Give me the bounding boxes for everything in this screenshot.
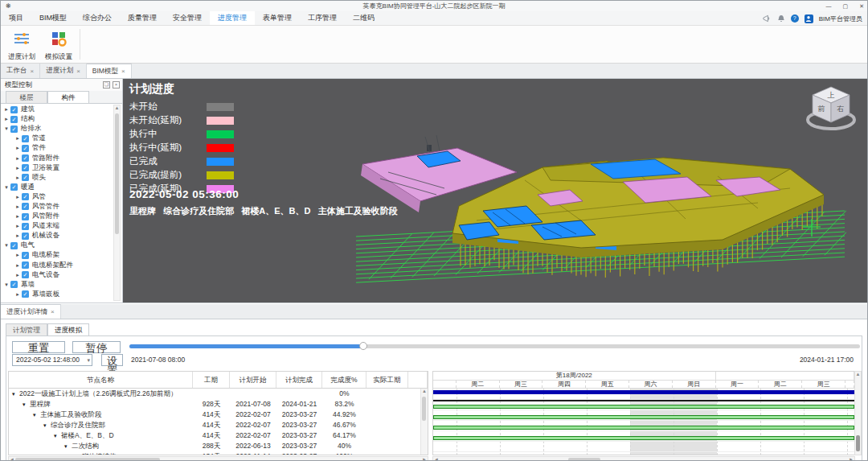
tree-item[interactable]: ▸✓电缆桥架: [1, 250, 114, 260]
expand-icon[interactable]: ▸: [3, 106, 10, 113]
expand-icon[interactable]: ▸: [14, 213, 21, 220]
expand-icon[interactable]: ▸: [14, 204, 21, 210]
doc-tab-1[interactable]: 进度计划×: [40, 64, 87, 78]
tree-item[interactable]: ▸✓风管: [1, 192, 114, 202]
tree-item[interactable]: ▸✓幕墙嵌板: [1, 290, 114, 299]
tree-checkbox[interactable]: ✓: [22, 290, 29, 298]
tree-checkbox[interactable]: ✓: [22, 193, 29, 200]
table-row[interactable]: ▾综合诊疗及住院部414天2022-02-072023-03-2746.67%: [9, 420, 428, 430]
announcement-icon[interactable]: [763, 14, 772, 23]
gantt-hscrollbar[interactable]: ◄ ►: [432, 456, 855, 461]
menu-item-3[interactable]: 质量管理: [120, 11, 165, 25]
menu-item-6[interactable]: 表单管理: [255, 11, 300, 25]
table-row[interactable]: ▾2022一级施工计划上墙（2.26调板式用2.26加前期）0%: [9, 389, 428, 399]
column-header-2[interactable]: 计划开始: [230, 372, 276, 388]
pause-button[interactable]: 暂停: [72, 341, 121, 353]
close-panel-icon[interactable]: ×: [113, 81, 120, 88]
row-collapse-icon[interactable]: ▾: [12, 389, 19, 399]
expand-icon[interactable]: ▸: [14, 175, 21, 181]
tree-item[interactable]: ▸✓喷头: [1, 173, 114, 183]
tree-checkbox[interactable]: ✓: [22, 164, 29, 171]
row-collapse-icon[interactable]: ▾: [23, 399, 30, 410]
tree-checkbox[interactable]: ✓: [10, 116, 18, 123]
tree-checkbox[interactable]: ✓: [10, 183, 18, 191]
sub-tab-0[interactable]: 计划管理: [6, 323, 47, 336]
tree-checkbox[interactable]: ✓: [22, 203, 29, 210]
doc-tab-0[interactable]: 工作台×: [1, 64, 40, 78]
menu-item-2[interactable]: 综合办公: [75, 11, 120, 25]
tab-schedule-detail[interactable]: 进度计划详情 ×: [1, 304, 61, 319]
menu-item-5[interactable]: 进度管理: [210, 11, 255, 25]
expand-icon[interactable]: ▸: [14, 194, 21, 200]
tree-checkbox[interactable]: ✓: [22, 145, 29, 152]
tree-item[interactable]: ▸✓风道末端: [1, 221, 114, 231]
tree-item[interactable]: ▸✓管件: [1, 143, 114, 153]
collapse-icon[interactable]: ▾: [3, 184, 10, 191]
close-button[interactable]: ✕: [859, 1, 864, 11]
float-panel-icon[interactable]: ❏: [103, 81, 110, 88]
tree-checkbox[interactable]: ✓: [22, 135, 29, 142]
minimize-button[interactable]: —: [826, 1, 832, 11]
expand-icon[interactable]: ▸: [14, 155, 21, 162]
row-collapse-icon[interactable]: ▾: [43, 420, 51, 430]
collapse-icon[interactable]: ▾: [3, 126, 10, 132]
table-hscrollbar[interactable]: ◄ ►: [8, 456, 428, 461]
tree-item[interactable]: ▸✓建筑: [1, 105, 114, 114]
menu-item-4[interactable]: 安全管理: [165, 11, 210, 25]
row-collapse-icon[interactable]: ▾: [54, 430, 61, 441]
expand-icon[interactable]: ▸: [14, 223, 21, 229]
expand-icon[interactable]: ▸: [14, 291, 21, 298]
expand-icon[interactable]: ▸: [14, 233, 21, 239]
expand-icon[interactable]: ▸: [3, 116, 10, 122]
table-row[interactable]: 砌体墙结构134天2022-11-142023-03-27100%: [9, 451, 428, 455]
simulation-settings-button[interactable]: 模拟设置: [41, 29, 76, 60]
tree-item[interactable]: ▸✓结构: [1, 114, 114, 124]
column-header-1[interactable]: 工期: [193, 372, 230, 388]
view-cube[interactable]: 上 前 右: [803, 82, 859, 134]
column-header-0[interactable]: 节点名称: [9, 372, 193, 388]
tree-item[interactable]: ▸✓风管附件: [1, 212, 114, 221]
tree-checkbox[interactable]: ✓: [10, 242, 18, 249]
tree-item[interactable]: ▸✓管道: [1, 134, 114, 143]
tree-checkbox[interactable]: ✓: [10, 281, 18, 288]
menu-item-0[interactable]: 项目: [1, 11, 31, 25]
model-tab-1[interactable]: 构件: [47, 91, 89, 103]
user-avatar[interactable]: [805, 14, 813, 23]
progress-plan-button[interactable]: 进度计划: [4, 29, 39, 60]
tree-item[interactable]: ▸✓电缆桥架配件: [1, 261, 114, 270]
tree-checkbox[interactable]: ✓: [22, 174, 29, 181]
column-header-4[interactable]: 完成度%: [322, 372, 366, 388]
expand-icon[interactable]: ▸: [14, 165, 21, 171]
tree-item[interactable]: ▸✓电气设备: [1, 270, 114, 280]
table-row[interactable]: ▾裙楼A、E、B、D414天2022-02-072023-03-2764.17%: [9, 430, 428, 441]
tree-item[interactable]: ▸✓机械设备: [1, 231, 114, 241]
tree-checkbox[interactable]: ✓: [10, 126, 18, 133]
scroll-thumb[interactable]: [115, 113, 119, 234]
gantt-chart[interactable]: 第18周/2022 周二周三周四周五周六周日周一周二周三: [432, 371, 855, 455]
menu-item-7[interactable]: 工序管理: [300, 11, 345, 25]
tree-scrollbar[interactable]: ▲: [113, 105, 121, 301]
tree-checkbox[interactable]: ✓: [22, 261, 29, 269]
table-row[interactable]: ▾二次结构288天2022-06-132023-03-2740%: [9, 441, 428, 451]
collapse-icon[interactable]: ▾: [3, 282, 10, 288]
reset-button[interactable]: 重置: [12, 341, 65, 353]
gantt-vscrollbar[interactable]: ▲: [854, 371, 862, 455]
column-header-3[interactable]: 计划完成: [276, 372, 322, 388]
doc-tab-close-icon[interactable]: ×: [76, 68, 80, 75]
slider-thumb[interactable]: [359, 342, 367, 350]
tree-item[interactable]: ▾✓幕墙: [1, 280, 114, 290]
menu-item-1[interactable]: BIM模型: [31, 11, 75, 25]
tree-item[interactable]: ▾✓暖通: [1, 183, 114, 192]
column-header-5[interactable]: 实际工期: [366, 372, 408, 388]
tree-checkbox[interactable]: ✓: [22, 271, 29, 278]
bell-icon[interactable]: [777, 14, 785, 23]
doc-tab-close-icon[interactable]: ×: [121, 68, 125, 75]
table-row[interactable]: ▾主体施工及验收阶段414天2022-02-072023-03-2744.92%: [9, 410, 428, 420]
settings-button[interactable]: 设置: [101, 354, 123, 366]
menu-item-8[interactable]: 二维码: [345, 11, 383, 25]
timeline-slider[interactable]: [129, 344, 860, 348]
table-row[interactable]: ▾里程牌928天2021-07-082024-01-2183.2%: [9, 399, 428, 410]
tree-item[interactable]: ▾✓电气: [1, 241, 114, 250]
tree-item[interactable]: ▸✓卫浴装置: [1, 163, 114, 173]
table-vscrollbar[interactable]: ▲: [420, 389, 428, 455]
